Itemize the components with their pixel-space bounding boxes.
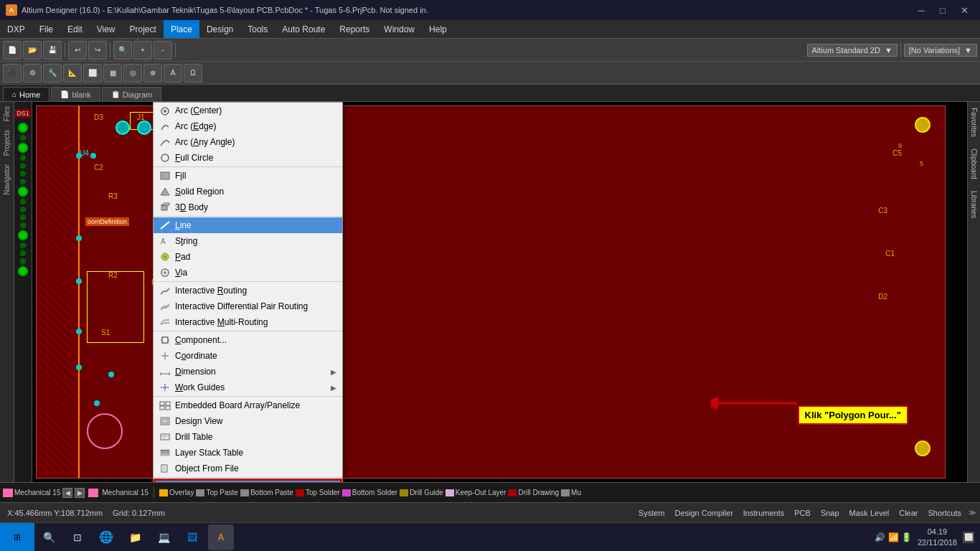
menu-arc-edge[interactable]: Arc (Edge) [154,118,342,134]
menu-string[interactable]: A String [154,233,342,249]
tb-open[interactable]: 📂 [23,41,42,60]
layer-drill-guide[interactable]: Drill Guide [400,489,443,496]
menu-line[interactable]: Line [154,217,342,233]
tb2-1[interactable]: ⬛ [3,64,22,83]
sidebar-projects[interactable]: Projects [1,126,12,160]
layer-prev[interactable]: ◀ [62,488,72,498]
tb2-5[interactable]: ⬜ [83,64,102,83]
menu-interactive-routing[interactable]: Interactive Routing [154,283,342,298]
menu-work-guides[interactable]: Work Guides ▶ [154,380,342,395]
taskbar-pc[interactable]: 💻 [151,524,176,550]
menu-interactive-multi[interactable]: Interactive Multi-Routing [154,314,342,330]
panel-libraries[interactable]: Libraries [968,185,980,224]
tb2-2[interactable]: ⚙ [23,64,42,83]
menu-project[interactable]: Project [123,20,164,38]
pcb-label[interactable]: PCB [791,509,814,517]
panel-favorites[interactable]: Favorites [968,102,980,143]
mask-level-label[interactable]: Mask Level [847,509,892,517]
menu-view[interactable]: View [90,20,123,38]
layer-tab-ls[interactable]: Mechanical 15 [3,489,60,497]
menu-embedded-board[interactable]: Embedded Board Array/Panelize [154,397,342,413]
tb2-4[interactable]: 📐 [63,64,82,83]
taskbar-search[interactable]: 🔍 [36,524,62,550]
tb2-7[interactable]: ◎ [123,64,142,83]
sidebar-files[interactable]: Files [1,102,12,126]
tab-blank[interactable]: 📄 blank [51,87,100,101]
shortcuts-label[interactable]: Shortcuts [925,509,964,517]
menu-design-view[interactable]: Design View [154,413,342,429]
close-button[interactable]: ✕ [954,0,974,20]
tb2-6[interactable]: ▦ [103,64,122,83]
menu-dimension[interactable]: Dimension ▶ [154,364,342,380]
menu-autoroute[interactable]: Auto Route [275,20,332,38]
menu-design[interactable]: Design [199,20,240,38]
menu-component[interactable]: Component... [154,332,342,348]
menu-3d-body[interactable]: 3D Body [154,199,342,215]
menu-interactive-diff-routing[interactable]: Interactive Differential Pair Routing [154,298,342,314]
system-label[interactable]: System [636,509,668,517]
tb2-8[interactable]: ⊕ [143,64,162,83]
menu-drill-table[interactable]: Drill Table [154,429,342,445]
pad-4 [20,155,26,161]
panel-clipboard[interactable]: Clipboard [968,143,980,185]
menu-via[interactable]: Via [154,265,342,281]
menu-solid-region[interactable]: Solid Region [154,184,342,199]
menu-arc-center[interactable]: Arc (Center) [154,103,342,118]
menu-arc-any[interactable]: Arc (Any Angle) [154,134,342,150]
tb-zoomin[interactable]: + [133,41,152,60]
tb2-3[interactable]: 🔧 [43,64,62,83]
taskbar-taskview[interactable]: ⊡ [65,524,90,550]
tb-undo[interactable]: ↩ [68,41,87,60]
menu-layer-stack[interactable]: Layer Stack Table [154,445,342,461]
layer-mu[interactable]: Mu [561,489,581,496]
taskbar-clock[interactable]: 04.19 22/11/2018 [918,527,957,547]
tb-redo[interactable]: ↪ [88,41,107,60]
sidebar-navigator[interactable]: Navigator [1,160,12,199]
taskbar-edge[interactable]: 🌐 [93,524,119,550]
design-standard-dropdown[interactable]: Altium Standard 2D ▼ [807,44,897,57]
menu-reports[interactable]: Reports [332,20,377,38]
tb-zoomout[interactable]: - [154,41,172,60]
layer-top-paste[interactable]: Top Paste [196,489,237,496]
layer-bottom-solder[interactable]: Bottom Solder [342,489,397,496]
tab-diagram[interactable]: 📋 Diagram [102,87,162,101]
menu-object-from-file[interactable]: Object From File [154,461,342,476]
tab-home[interactable]: ⌂ Home [3,87,50,101]
clear-label[interactable]: Clear [896,509,920,517]
menu-help[interactable]: Help [422,20,454,38]
notifications-button[interactable]: ⬜ [963,532,974,543]
tb-save[interactable]: 💾 [43,41,62,60]
menu-window[interactable]: Window [377,20,422,38]
menu-file[interactable]: File [32,20,60,38]
minimize-button[interactable]: ─ [911,0,931,20]
variations-dropdown[interactable]: [No Variations] ▼ [904,44,977,57]
menu-dxp[interactable]: DXP [0,20,32,38]
tb2-10[interactable]: Ω [184,64,202,83]
maximize-button[interactable]: □ [933,0,953,20]
menu-coordinate[interactable]: Coordinate [154,348,342,364]
layer-keepout[interactable]: Keep-Out Layer [446,489,507,496]
layer-top-solder[interactable]: Top Solder [296,489,340,496]
menu-fill[interactable]: Fill [154,168,342,184]
design-compiler-label[interactable]: Design Compiler [672,509,735,517]
menu-tools[interactable]: Tools [240,20,275,38]
layer-next[interactable]: ▶ [75,488,85,498]
menu-place[interactable]: Place [164,20,199,38]
taskbar-explorer[interactable]: 📁 [122,524,148,550]
layer-bottom-paste[interactable]: Bottom Paste [240,489,293,496]
instruments-label[interactable]: Instruments [740,509,787,517]
tb-zoom[interactable]: 🔍 [113,41,132,60]
arrow-right[interactable]: ≫ [969,509,976,517]
menu-pad[interactable]: Pad [154,249,342,265]
tb2-9[interactable]: A [164,64,182,83]
layer-drill-drawing[interactable]: Drill Drawing [508,489,559,496]
menu-edit[interactable]: Edit [60,20,90,38]
menu-full-circle[interactable]: Full Circle [154,150,342,166]
tb-new[interactable]: 📄 [3,41,22,60]
layer-overlay[interactable]: Overlay [159,489,194,496]
start-button[interactable]: ⊞ [0,523,34,552]
snap-label[interactable]: Snap [818,509,842,517]
menu-polygon-pour[interactable]: Polygon Pour... [154,479,342,482]
taskbar-photos[interactable]: 🖼 [179,524,205,550]
taskbar-altium[interactable]: A [208,524,234,550]
